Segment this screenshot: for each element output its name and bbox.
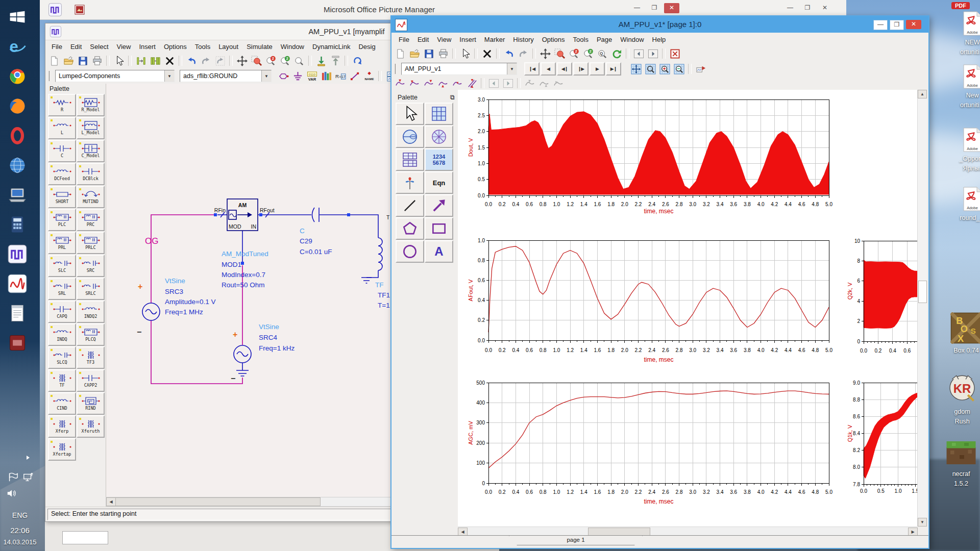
palette-slcq-button[interactable]: SLCQ [48,346,76,369]
palette-polygon-button[interactable] [396,217,424,240]
part-dropdown[interactable]: ads_rflib:GROUND▼ [180,70,272,82]
nav-forward-icon[interactable] [501,77,514,90]
palette-c-button[interactable]: C [48,140,76,162]
vcr-first-button[interactable]: ❙◀ [524,62,540,76]
palette-capq-button[interactable]: CAPQ [48,300,76,323]
wire-label-icon[interactable] [348,69,361,83]
taskbar-laptop-icon[interactable] [5,183,30,207]
palette-numbers-button[interactable]: 1234 5678 [425,148,453,171]
page-forward-icon[interactable] [646,47,659,60]
nav-back-icon[interactable] [487,77,500,90]
menu-window[interactable]: Window [277,41,308,53]
var-icon[interactable]: 0110VAR [305,69,318,83]
palette-src-button[interactable]: SRC [77,255,105,277]
insert-wire-icon[interactable] [134,54,148,67]
menu-marker[interactable]: Marker [480,34,509,45]
palette-dcfeed-button[interactable]: DCFeed [48,163,76,185]
palette-tf3-button[interactable]: TF3 [77,346,105,369]
palette-antenna-button[interactable] [396,171,424,194]
backwin-maximize-button[interactable]: ❐ [800,3,815,13]
vcr-forward-button[interactable]: ▶ [590,62,605,76]
palette-prlc-button[interactable]: PRLC [77,232,105,254]
menu-history[interactable]: History [509,34,537,45]
redo-icon[interactable] [199,54,212,67]
palette-srl-button[interactable]: SRL [48,278,76,300]
push-hierarchy-icon[interactable] [314,54,328,67]
desktop-icon-box-0-74[interactable]: BOSXBox 0.74 [938,312,980,356]
palette-rind-button[interactable]: RIND [77,392,105,415]
palette-r_model-button[interactable]: R_Model [77,94,105,116]
taskbar-chrome-icon[interactable] [5,64,30,89]
redo-icon[interactable] [517,47,530,60]
grid-in-icon[interactable] [658,62,671,76]
pm-maximize-button[interactable]: ❐ [647,3,662,13]
taskbar-globe-icon[interactable] [5,153,30,178]
toolbar-grip[interactable] [395,64,398,74]
taskbar-opera-icon[interactable] [5,123,30,148]
palette-text-button[interactable]: A [425,240,453,263]
menu-options[interactable]: Options [160,41,191,53]
rotate-icon[interactable] [351,54,364,67]
speaker-icon[interactable] [6,488,18,500]
palette-prc-button[interactable]: PRC [77,209,105,231]
marker-trace-icon[interactable] [451,77,464,90]
menu-simulate[interactable]: Simulate [242,41,277,53]
desktop-icon--oppor-[interactable]: Adobe_Oppor...Ярлык [944,128,980,173]
data-display-titlebar[interactable]: AM_PPU_v1* [page 1]:0 — ❐ ✕ [391,16,928,33]
scrollbar-thumb[interactable] [918,281,927,303]
menu-file[interactable]: File [395,34,413,45]
vcr-step-back-button[interactable]: ◀❙ [557,62,572,76]
new-doc-icon[interactable] [394,47,407,60]
menu-file[interactable]: File [47,41,66,53]
tray-expand-icon[interactable] [24,454,37,466]
pan-icon[interactable] [538,47,552,60]
palette-tf-button[interactable]: TF [48,369,76,392]
taskbar-notes-icon[interactable] [5,301,30,325]
flag-icon[interactable] [7,471,19,484]
ground-icon[interactable] [291,69,304,83]
marker-peak-icon[interactable] [394,77,407,90]
taskbar-ads-data-display-icon[interactable] [5,271,30,296]
palette-slc-button[interactable]: SLC [48,255,76,277]
scroll-left-icon[interactable]: ◀ [106,497,116,506]
dd-close-button[interactable]: ✕ [906,20,921,29]
palette-c_model-button[interactable]: C_Model [77,140,105,162]
palette-srlc-button[interactable]: SRLC [77,278,105,300]
print-icon[interactable] [90,54,104,67]
vcr-step-forward-button[interactable]: ❙▶ [573,62,589,76]
undo-icon[interactable] [502,47,516,60]
page-tab[interactable]: page 1 [509,536,643,545]
palette-cind-button[interactable]: CIND [48,392,76,415]
grid-out-icon[interactable] [672,62,685,76]
menu-window[interactable]: Window [616,34,648,45]
save-icon[interactable] [422,47,435,60]
scrollbar-thumb[interactable] [115,497,321,506]
palette-indq2-button[interactable]: INDQ2 [77,300,105,323]
pm-close-button[interactable]: ✕ [664,3,679,13]
zoom-in-2-icon[interactable]: 2 [567,47,580,60]
palette-mutind-button[interactable]: MUTIND [77,186,105,208]
marker-line-icon[interactable] [465,77,478,90]
vcr-last-button[interactable]: ▶❙ [606,62,621,76]
palette-table-button[interactable] [425,103,453,125]
vcr-back-button[interactable]: ◀ [541,62,556,76]
zoom-q-icon[interactable]: Q [596,47,609,60]
menu-select[interactable]: Select [86,41,112,53]
chevron-down-icon[interactable]: ▼ [261,70,271,82]
dd-plot-canvas[interactable]: 0.00.20.40.60.81.01.21.41.61.82.02.22.42… [458,90,917,527]
menu-layout[interactable]: Layout [214,41,242,53]
marker-dip-icon[interactable] [408,77,421,90]
save-icon[interactable] [76,54,89,67]
library-icon[interactable] [320,69,333,83]
palette-l-button[interactable]: L [48,117,76,139]
data-display-window[interactable]: AM_PPU_v1* [page 1]:0 — ❐ ✕ FileEditView… [390,15,929,549]
backwin-close-button[interactable]: ✕ [817,3,832,13]
menu-insert[interactable]: Insert [135,41,160,53]
zoom-area-icon[interactable] [553,47,566,60]
delete-icon[interactable] [480,47,494,60]
palette-dcblck-button[interactable]: DCBlck [77,163,105,185]
palette-plcq-button[interactable]: PLCQ [77,323,105,346]
dataset-dropdown[interactable]: AM_PPU_v1▼ [401,63,517,75]
palette-xfertap-button[interactable]: Xfertap [48,438,76,461]
grid-zoom-icon[interactable] [644,62,657,76]
